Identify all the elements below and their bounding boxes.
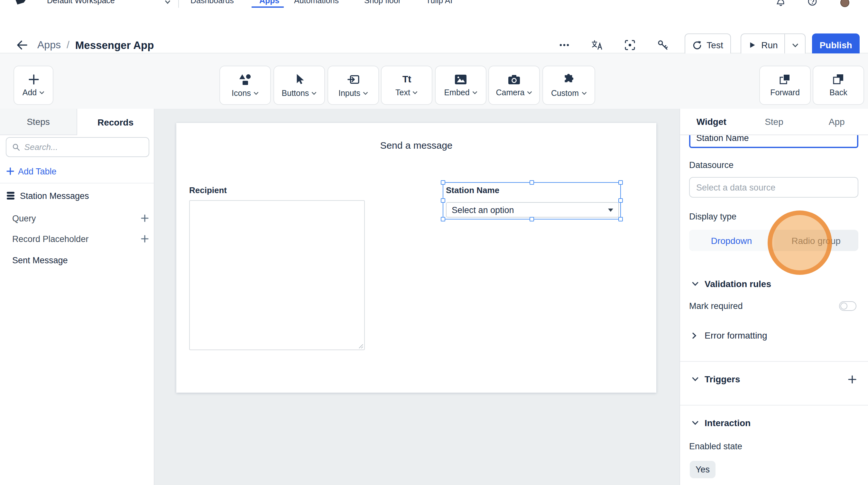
page-title: Messenger App [75,39,154,51]
send-back-button[interactable]: Back [813,66,864,105]
chevron-down-icon [692,420,699,425]
toolbar-buttons-label: Buttons [282,89,309,97]
breadcrumb-separator: / [67,39,69,51]
publish-button-label: Publish [819,40,852,50]
sidebar-search [6,137,149,157]
widget-name-input[interactable] [689,135,858,148]
selection-handle[interactable] [529,180,534,185]
selection-handle[interactable] [441,217,445,221]
nav-item-automations[interactable]: Automations [294,0,339,6]
selection-handle[interactable] [441,198,445,203]
datasource-input[interactable] [689,177,858,198]
workspace-chevron-icon[interactable] [165,0,170,6]
triggers-section[interactable]: Triggers [680,373,868,385]
toolbar-camera-button[interactable]: Camera [488,66,540,105]
chevron-down-icon [311,91,317,95]
display-option-dropdown[interactable]: Dropdown [689,230,774,251]
toolbar-inputs-label: Inputs [338,89,360,97]
workspace-selector[interactable]: Default Workspace [47,0,115,6]
selection-handle[interactable] [618,198,623,203]
tab-step[interactable]: Step [743,109,806,134]
chevron-down-icon [413,91,418,95]
forward-label: Forward [770,88,800,97]
run-button[interactable]: Run [741,34,784,56]
tab-app[interactable]: App [805,109,868,134]
user-avatar[interactable] [840,0,849,7]
datasource-label: Datasource [689,160,734,170]
nav-item-shop-floor[interactable]: Shop floor [364,0,401,6]
toolbar-embed-button[interactable]: Embed [435,66,487,105]
nav-item-dashboards[interactable]: Dashboards [190,0,234,6]
add-record-placeholder-icon[interactable] [141,235,149,243]
toolbar-buttons-button[interactable]: Buttons [274,66,325,105]
add-button[interactable]: Add [13,66,53,105]
selection-handle[interactable] [529,217,534,221]
selection-handle[interactable] [618,217,623,221]
interaction-label: Interaction [705,418,751,428]
tulip-logo-icon[interactable] [14,0,28,8]
resize-handle-icon[interactable] [359,344,364,349]
translate-icon[interactable] [589,37,605,53]
station-name-widget-label[interactable]: Station Name [446,185,499,195]
record-item-query[interactable]: Query [0,209,154,227]
toolbar-icons-label: Icons [231,89,251,97]
breadcrumb-apps-link[interactable]: Apps [37,39,61,51]
record-item-sent-message[interactable]: Sent Message [0,251,154,269]
toolbar-icons-button[interactable]: Icons [219,66,271,105]
display-type-label: Display type [689,212,736,221]
back-arrow-icon[interactable] [14,37,30,53]
nav-item-apps[interactable]: Apps [259,0,280,6]
table-item-station-messages[interactable]: Station Messages [0,186,154,205]
selection-handle[interactable] [441,180,445,185]
search-icon [12,143,20,151]
interaction-section[interactable]: Interaction [680,417,868,429]
station-name-dropdown-widget[interactable]: Select an option [446,202,619,217]
chevron-right-icon [692,332,697,339]
validation-rules-label: Validation rules [705,279,771,289]
image-icon [454,74,467,85]
mark-required-toggle[interactable] [839,301,857,311]
test-button-label: Test [707,40,723,50]
tab-records[interactable]: Records [77,109,154,135]
chevron-down-icon [363,91,368,95]
tab-steps[interactable]: Steps [0,109,77,135]
chevron-down-icon [253,91,259,95]
nav-divider [178,0,179,8]
toolbar-text-button[interactable]: Tt Text [381,66,432,105]
plus-icon [28,74,39,85]
enabled-state-yes-option[interactable]: Yes [690,461,715,478]
help-icon[interactable] [808,0,817,6]
toolbar-custom-button[interactable]: Custom [542,66,595,105]
display-option-radio-group[interactable]: Radio group [774,230,858,251]
selection-handle[interactable] [618,180,623,185]
table-name-label: Station Messages [20,191,89,201]
app-step-canvas[interactable]: Send a message Recipient Station Name Se… [176,123,656,393]
tab-widget[interactable]: Widget [680,109,743,134]
nav-item-tulip-ai[interactable]: Tulip AI [426,0,452,6]
add-table-button[interactable]: Add Table [6,165,57,177]
add-query-icon[interactable] [141,214,149,222]
record-item-placeholder[interactable]: Record Placeholder [0,230,154,248]
add-button-label: Add [23,88,37,97]
more-options-icon[interactable] [557,37,572,53]
search-input[interactable] [25,142,143,152]
enabled-state-label: Enabled state [689,442,742,451]
toolbar-embed-label: Embed [444,88,469,97]
api-key-icon[interactable] [655,37,671,53]
error-formatting-section[interactable]: Error formatting [680,330,868,341]
step-title-text[interactable]: Send a message [176,140,656,151]
bring-forward-button[interactable]: Forward [759,66,811,105]
announcements-icon[interactable] [776,0,786,6]
toolbar-text-label: Text [395,88,410,97]
run-options-chevron-icon[interactable] [784,34,805,56]
recipient-input-widget[interactable] [189,200,365,350]
focus-target-icon[interactable] [622,37,638,53]
sidebar-divider [0,183,154,183]
chevron-down-icon [472,90,477,94]
validation-rules-section[interactable]: Validation rules [680,278,868,290]
app-header: Apps / Messenger App Test Run [0,8,868,54]
left-sidebar: Steps Records Add Table Station Messages… [0,109,154,485]
add-trigger-icon[interactable] [848,375,857,383]
toolbar-inputs-button[interactable]: Inputs [328,66,379,105]
recipient-label[interactable]: Recipient [189,185,227,195]
